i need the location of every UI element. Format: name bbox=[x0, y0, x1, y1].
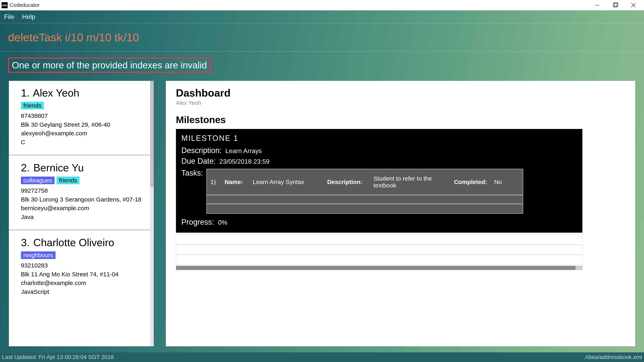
main-area: File Help One or more of the provided in… bbox=[0, 10, 644, 362]
person-language: JavaScript bbox=[21, 287, 144, 296]
person-address: Blk 11 Ang Mo Kio Street 74, #11-04 bbox=[21, 270, 144, 279]
person-address: Blk 30 Lorong 3 Serangoon Gardens, #07-1… bbox=[21, 195, 144, 204]
person-email: berniceyu@example.com bbox=[21, 204, 144, 213]
person-card-2[interactable]: 2. Bernice Yu colleagues friends 9927275… bbox=[9, 156, 154, 231]
menu-help[interactable]: Help bbox=[22, 13, 36, 20]
milestone-box: MILESTONE 1 Description: Learn Arrays Du… bbox=[176, 129, 582, 233]
person-name-text: Charlotte Oliveiro bbox=[34, 237, 114, 248]
person-name: 2. Bernice Yu bbox=[21, 162, 144, 174]
tag-friends: friends bbox=[21, 102, 44, 109]
minimize-button[interactable] bbox=[588, 0, 606, 10]
milestones-heading: Milestones bbox=[176, 114, 625, 125]
command-row bbox=[0, 23, 644, 51]
task-desc-label: Description: bbox=[327, 179, 374, 185]
task-completed-value: No bbox=[494, 179, 518, 185]
menu-bar: File Help bbox=[0, 10, 644, 23]
dashboard-subtitle: Alex Yeoh bbox=[176, 100, 625, 106]
extra-row bbox=[176, 235, 582, 245]
progress-value: 0% bbox=[218, 219, 228, 226]
people-list[interactable]: 1. Alex Yeoh friends 87438807 Blk 30 Gey… bbox=[9, 81, 154, 346]
tasks-wrap: Tasks: 1) Name: Learn Array Syntax Descr… bbox=[181, 169, 578, 214]
tag-row: colleagues friends bbox=[21, 177, 144, 184]
dashboard-horizontal-scrollbar-thumb[interactable] bbox=[176, 266, 576, 270]
error-message: One or more of the provided indexes are … bbox=[8, 57, 211, 73]
person-card-3[interactable]: 3. Charlotte Oliveiro neighbours 9321028… bbox=[9, 231, 154, 298]
extra-row bbox=[176, 255, 582, 265]
tasks-table: 1) Name: Learn Array Syntax Description:… bbox=[206, 169, 523, 214]
window-title: Codeducator bbox=[10, 2, 40, 8]
command-input[interactable] bbox=[8, 31, 636, 44]
person-phone: 99272758 bbox=[21, 186, 144, 195]
task-index: 1) bbox=[210, 179, 224, 185]
status-left: Last Updated: Fri Apr 13 00:28:04 SGT 20… bbox=[2, 354, 114, 361]
svg-rect-1 bbox=[614, 3, 617, 7]
task-desc-value: Student to refer to the textbook bbox=[374, 175, 454, 189]
milestone-description-row: Description: Learn Arrays bbox=[181, 146, 577, 155]
menu-file[interactable]: File bbox=[4, 13, 14, 20]
dashboard-title: Dashboard bbox=[176, 87, 625, 99]
person-name-text: Bernice Yu bbox=[34, 162, 84, 174]
maximize-button[interactable] bbox=[606, 0, 624, 10]
person-name: 3. Charlotte Oliveiro bbox=[21, 237, 144, 249]
progress-row: Progress: 0% bbox=[181, 218, 577, 226]
task-name-label: Name: bbox=[224, 179, 253, 185]
status-bar: Last Updated: Fri Apr 13 00:28:04 SGT 20… bbox=[0, 352, 644, 362]
dashboard-pane: Dashboard Alex Yeoh Milestones MILESTONE… bbox=[166, 81, 635, 346]
task-name-value: Learn Array Syntax bbox=[253, 179, 327, 185]
progress-label: Progress: bbox=[181, 218, 214, 226]
svg-rect-2 bbox=[614, 2, 618, 6]
milestone-due-label: Due Date: bbox=[181, 157, 216, 166]
tag-neighbours: neighbours bbox=[21, 251, 56, 259]
milestone-description-label: Description: bbox=[181, 146, 222, 155]
status-right: ./data/addressbook.xml bbox=[584, 354, 642, 361]
close-button[interactable] bbox=[624, 0, 642, 10]
person-name-text: Alex Yeoh bbox=[33, 87, 79, 99]
person-phone: 87438807 bbox=[21, 111, 144, 120]
person-email: charlotte@example.com bbox=[21, 279, 144, 287]
milestone-description-value: Learn Arrays bbox=[226, 147, 262, 155]
person-name: 1. Alex Yeoh bbox=[21, 87, 144, 99]
tag-friends: friends bbox=[56, 177, 80, 184]
people-scrollbar-thumb[interactable] bbox=[150, 81, 154, 187]
person-index: 1. bbox=[21, 87, 30, 99]
milestone-title: MILESTONE 1 bbox=[180, 134, 578, 143]
app-icon: edu bbox=[2, 2, 8, 8]
tag-row: neighbours bbox=[21, 251, 144, 259]
person-card-1[interactable]: 1. Alex Yeoh friends 87438807 Blk 30 Gey… bbox=[9, 81, 154, 156]
dashboard-horizontal-scrollbar[interactable] bbox=[176, 266, 582, 270]
tag-row: friends bbox=[21, 102, 144, 109]
person-phone: 93210283 bbox=[21, 261, 144, 270]
task-row[interactable]: 1) Name: Learn Array Syntax Description:… bbox=[207, 169, 523, 195]
tasks-label: Tasks: bbox=[181, 169, 203, 177]
tag-colleagues: colleagues bbox=[21, 177, 54, 184]
milestone-due-value: 23/05/2018 23:59 bbox=[219, 158, 270, 165]
content-row: 1. Alex Yeoh friends 87438807 Blk 30 Gey… bbox=[0, 81, 644, 352]
person-language: Java bbox=[21, 213, 144, 221]
error-row: One or more of the provided indexes are … bbox=[0, 51, 644, 81]
task-empty-row bbox=[207, 204, 523, 213]
extra-rows bbox=[176, 235, 582, 265]
person-index: 3. bbox=[21, 237, 30, 248]
task-empty-row bbox=[207, 195, 523, 204]
person-language: C bbox=[21, 138, 144, 147]
person-address: Blk 30 Geylang Street 29, #06-40 bbox=[21, 120, 144, 129]
task-completed-label: Completed: bbox=[454, 179, 494, 185]
title-bar: edu Codeducator bbox=[0, 0, 644, 10]
person-email: alexyeoh@example.com bbox=[21, 129, 144, 138]
milestone-due-row: Due Date: 23/05/2018 23:59 bbox=[181, 157, 577, 166]
person-index: 2. bbox=[21, 162, 30, 174]
extra-row bbox=[176, 245, 582, 255]
